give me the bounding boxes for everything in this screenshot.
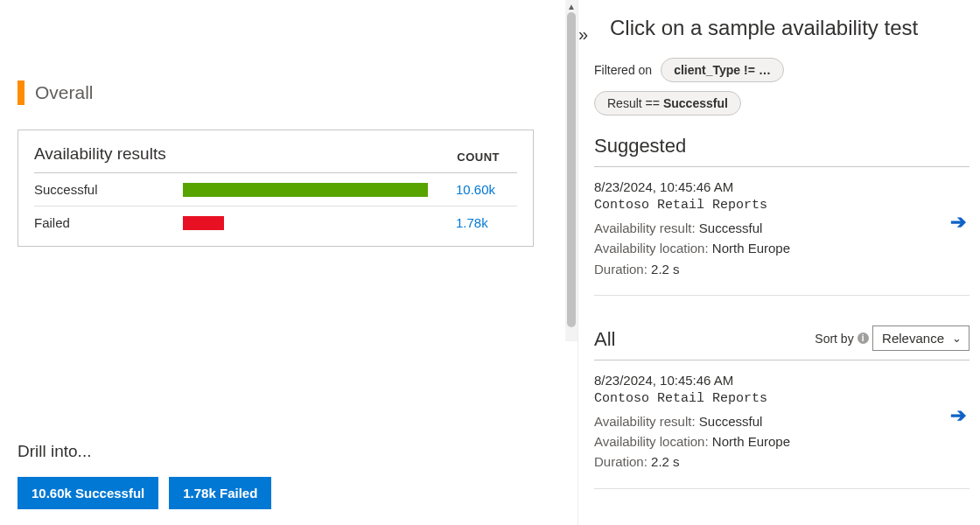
filters-row-2: Result == Successful — [594, 91, 970, 116]
sort-select[interactable]: Relevance ⌄ — [872, 326, 970, 351]
scrollbar-thumb[interactable] — [567, 12, 576, 327]
sample-timestamp: 8/23/2024, 10:45:46 AM — [594, 373, 970, 388]
prop-label: Duration: — [594, 454, 648, 469]
bar-area — [183, 216, 449, 230]
prop-label: Availability result: — [594, 414, 696, 429]
right-pane: » Click on a sample availability test Fi… — [578, 0, 980, 525]
left-pane: ▲ Overall Availability results COUNT Suc… — [0, 0, 578, 525]
collapse-panel-icon[interactable]: » — [578, 24, 588, 45]
filter-val: Successful — [663, 96, 728, 110]
results-title: Availability results — [34, 144, 166, 164]
sort-block: Sort by i Relevance ⌄ — [815, 326, 970, 351]
bar-area — [183, 183, 449, 197]
drill-title: Drill into... — [18, 442, 560, 461]
result-label: Successful — [34, 182, 183, 197]
result-row-successful[interactable]: Successful 10.60k — [34, 173, 517, 206]
all-header-row: All Sort by i Relevance ⌄ — [594, 326, 970, 360]
drill-buttons: 10.60k Successful 1.78k Failed — [18, 477, 560, 509]
panel-title: Click on a sample availability test — [610, 16, 970, 40]
sample-location: Availability location: North Europe — [594, 238, 970, 258]
overall-header: Overall — [18, 80, 560, 105]
sample-timestamp: 8/23/2024, 10:45:46 AM — [594, 179, 970, 194]
sample-duration: Duration: 2.2 s — [594, 259, 970, 279]
sample-location: Availability location: North Europe — [594, 431, 970, 452]
sample-item[interactable]: 8/23/2024, 10:45:46 AM Contoso Retail Re… — [594, 360, 970, 489]
availability-results-card: Availability results COUNT Successful 10… — [18, 130, 534, 247]
prop-label: Availability result: — [594, 220, 696, 235]
prop-value: Successful — [699, 414, 763, 429]
filter-op: client_Type != — [674, 63, 755, 77]
bar-successful — [183, 183, 428, 197]
scroll-up-icon[interactable]: ▲ — [565, 0, 578, 12]
drill-section: Drill into... 10.60k Successful 1.78k Fa… — [18, 407, 560, 525]
prop-value: North Europe — [712, 241, 790, 256]
all-header: All — [594, 328, 615, 351]
drill-failed-button[interactable]: 1.78k Failed — [169, 477, 271, 509]
left-scrollbar[interactable]: ▲ — [565, 0, 578, 341]
sort-by-label: Sort by i — [815, 332, 868, 346]
open-sample-arrow-icon[interactable]: ➔ — [950, 211, 966, 234]
sort-by-text: Sort by — [815, 332, 853, 346]
overall-title: Overall — [35, 82, 94, 103]
sort-selected-value: Relevance — [882, 331, 944, 346]
open-sample-arrow-icon[interactable]: ➔ — [950, 404, 966, 427]
filter-op: Result == — [607, 96, 660, 110]
prop-value: 2.2 s — [651, 262, 680, 276]
sample-result: Availability result: Successful — [594, 218, 970, 238]
count-column-header: COUNT — [457, 150, 500, 164]
prop-label: Duration: — [594, 262, 648, 276]
filtered-on-label: Filtered on — [594, 63, 652, 77]
filter-pill-client-type[interactable]: client_Type != … — [661, 58, 784, 82]
prop-value: 2.2 s — [651, 454, 680, 469]
sample-result: Availability result: Successful — [594, 411, 970, 431]
result-row-failed[interactable]: Failed 1.78k — [34, 206, 517, 239]
result-count[interactable]: 1.78k — [456, 215, 517, 230]
prop-label: Availability location: — [594, 241, 709, 256]
result-label: Failed — [34, 215, 183, 230]
prop-value: North Europe — [712, 434, 790, 449]
section-accent-bar — [18, 80, 24, 105]
filter-pill-result[interactable]: Result == Successful — [594, 91, 741, 116]
sample-name: Contoso Retail Reports — [594, 391, 970, 406]
drill-successful-button[interactable]: 10.60k Successful — [18, 477, 158, 509]
info-icon[interactable]: i — [858, 332, 869, 344]
sample-item[interactable]: 8/23/2024, 10:45:46 AM Contoso Retail Re… — [594, 167, 970, 296]
chevron-down-icon: ⌄ — [952, 332, 962, 345]
sample-duration: Duration: 2.2 s — [594, 452, 970, 472]
filter-val: … — [759, 63, 771, 77]
suggested-header: Suggested — [594, 135, 970, 167]
result-count[interactable]: 10.60k — [456, 182, 517, 197]
bar-failed — [183, 216, 224, 230]
results-header-row: Availability results COUNT — [34, 144, 517, 173]
sample-name: Contoso Retail Reports — [594, 198, 970, 213]
filters-row: Filtered on client_Type != … — [594, 58, 970, 82]
prop-label: Availability location: — [594, 434, 709, 449]
prop-value: Successful — [699, 220, 763, 235]
